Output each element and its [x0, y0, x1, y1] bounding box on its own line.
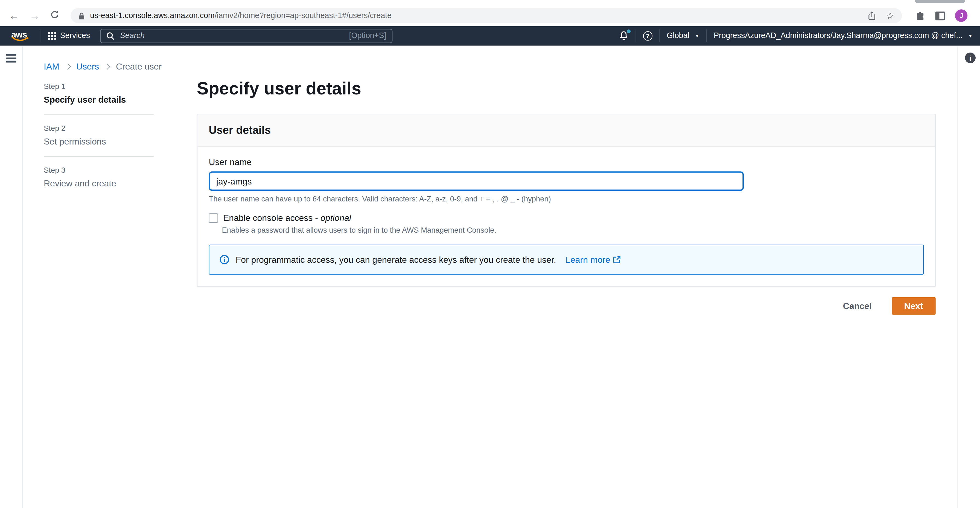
info-alert: For programmatic access, you can generat…	[208, 245, 924, 275]
url-path: /iamv2/home?region=ap-southeast-1#/users…	[215, 11, 391, 20]
step-2-title: Set permissions	[44, 136, 154, 147]
tab-remnant	[915, 0, 965, 3]
step-1-title: Specify user details	[44, 94, 154, 105]
search-shortcut: [Option+S]	[349, 31, 387, 40]
browser-actions: J ⋮	[916, 9, 980, 22]
url-text: us-east-1.console.aws.amazon.com/iamv2/h…	[90, 11, 862, 20]
card-body: User name The user name can have up to 6…	[197, 147, 935, 286]
chevron-down-icon: ▼	[695, 34, 700, 38]
chevron-right-icon	[65, 64, 71, 70]
chevron-right-icon	[105, 64, 111, 70]
aws-top-nav: aws Services [Option+S]	[0, 26, 980, 46]
aws-logo[interactable]: aws	[11, 29, 30, 42]
account-menu[interactable]: ProgressAzureAD_Administrators/Jay.Sharm…	[714, 31, 973, 40]
console-access-label[interactable]: Enable console access -optional	[223, 212, 351, 223]
nav-divider	[41, 29, 41, 42]
nav-divider	[635, 29, 636, 42]
reload-icon[interactable]	[50, 10, 59, 21]
main-panel: Specify user details User details User n…	[197, 77, 936, 315]
browser-menu-icon[interactable]: ⋮	[977, 10, 980, 21]
external-link-icon	[613, 256, 621, 263]
breadcrumb-current: Create user	[116, 61, 162, 72]
browser-toolbar: ← → us-east-1.console.aws.amazon.com/iam…	[0, 5, 980, 26]
share-icon[interactable]	[867, 11, 876, 20]
page-title: Specify user details	[197, 77, 936, 100]
search-icon	[106, 32, 114, 40]
user-details-card: User details User name The user name can…	[197, 114, 936, 287]
screen: ← → us-east-1.console.aws.amazon.com/iam…	[0, 0, 980, 508]
browser-profile-avatar[interactable]: J	[955, 9, 968, 22]
username-input[interactable]	[208, 171, 744, 191]
console-access-row: Enable console access -optional	[208, 212, 924, 223]
help-button[interactable]: ?	[643, 31, 652, 40]
console-access-optional: optional	[320, 212, 351, 223]
services-menu[interactable]: Services	[48, 31, 90, 40]
url-host: us-east-1.console.aws.amazon.com	[90, 11, 215, 20]
cancel-button[interactable]: Cancel	[839, 300, 875, 312]
breadcrumb-iam[interactable]: IAM	[44, 61, 59, 72]
console-content: i IAM Users Create user Step 1 Specify u…	[0, 46, 980, 508]
notifications-button[interactable]	[619, 30, 628, 41]
lock-icon[interactable]	[78, 11, 85, 20]
breadcrumb: IAM Users Create user	[44, 61, 162, 72]
reload-glyph	[50, 10, 59, 19]
console-access-hint: Enables a password that allows users to …	[222, 226, 924, 235]
account-label: ProgressAzureAD_Administrators/Jay.Sharm…	[714, 31, 963, 40]
step-1: Step 1 Specify user details	[44, 82, 154, 115]
forward-icon[interactable]: →	[29, 10, 40, 21]
step-3-title: Review and create	[44, 178, 154, 188]
console-search[interactable]: [Option+S]	[100, 29, 393, 43]
aws-smile-icon	[11, 37, 29, 42]
console-access-label-text: Enable console access -	[223, 212, 318, 223]
nav-divider	[659, 29, 660, 42]
learn-more-label: Learn more	[565, 254, 610, 266]
card-title: User details	[208, 124, 924, 137]
chevron-down-icon: ▼	[968, 34, 973, 38]
username-hint: The user name can have up to 64 characte…	[208, 195, 924, 203]
info-panel-toggle[interactable]: i	[965, 53, 975, 63]
step-1-label: Step 1	[44, 82, 154, 91]
step-3: Step 3 Review and create	[44, 157, 154, 198]
step-2: Step 2 Set permissions	[44, 115, 154, 157]
left-rail-divider	[22, 46, 23, 508]
card-header: User details	[197, 114, 935, 147]
search-input[interactable]	[119, 30, 345, 41]
services-label: Services	[60, 31, 90, 40]
alert-text: For programmatic access, you can generat…	[236, 254, 556, 266]
browser-tabstrip	[0, 0, 980, 5]
hamburger-menu-icon[interactable]	[6, 54, 16, 64]
side-panel-icon[interactable]	[935, 11, 945, 20]
back-icon[interactable]: ←	[9, 10, 19, 21]
notification-badge	[627, 29, 630, 33]
url-bar[interactable]: us-east-1.console.aws.amazon.com/iamv2/h…	[70, 8, 902, 23]
learn-more-link[interactable]: Learn more	[565, 254, 621, 266]
step-2-label: Step 2	[44, 124, 154, 133]
extensions-icon[interactable]	[916, 11, 926, 21]
wizard-steps: Step 1 Specify user details Step 2 Set p…	[44, 82, 154, 198]
info-icon	[219, 254, 229, 265]
username-label: User name	[208, 157, 924, 167]
region-selector[interactable]: Global ▼	[667, 31, 699, 40]
step-3-label: Step 3	[44, 166, 154, 175]
console-access-checkbox[interactable]	[208, 213, 218, 222]
services-grid-icon	[48, 32, 56, 40]
nav-divider	[706, 29, 707, 42]
bookmark-star-icon[interactable]: ☆	[886, 10, 894, 21]
region-label: Global	[667, 31, 689, 40]
breadcrumb-users[interactable]: Users	[76, 61, 99, 72]
help-panel-divider	[957, 46, 957, 508]
next-button[interactable]: Next	[892, 297, 936, 315]
wizard-actions: Cancel Next	[197, 297, 936, 315]
